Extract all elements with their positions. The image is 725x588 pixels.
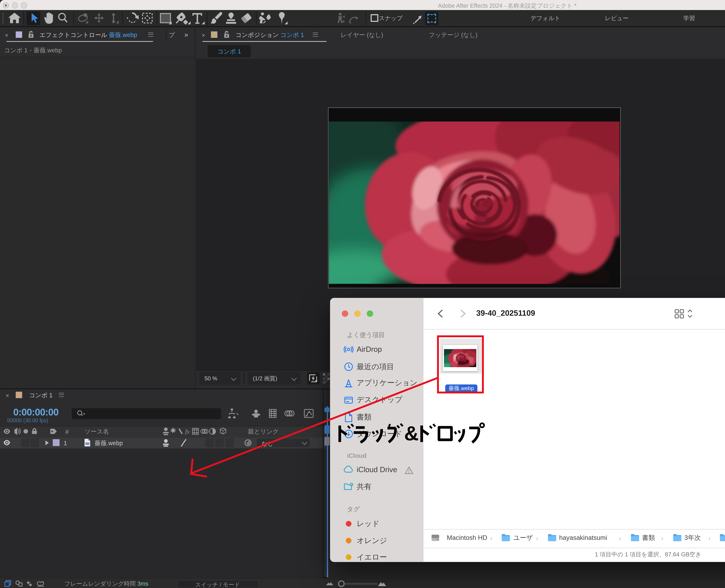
svg-text:&: & bbox=[404, 422, 419, 445]
